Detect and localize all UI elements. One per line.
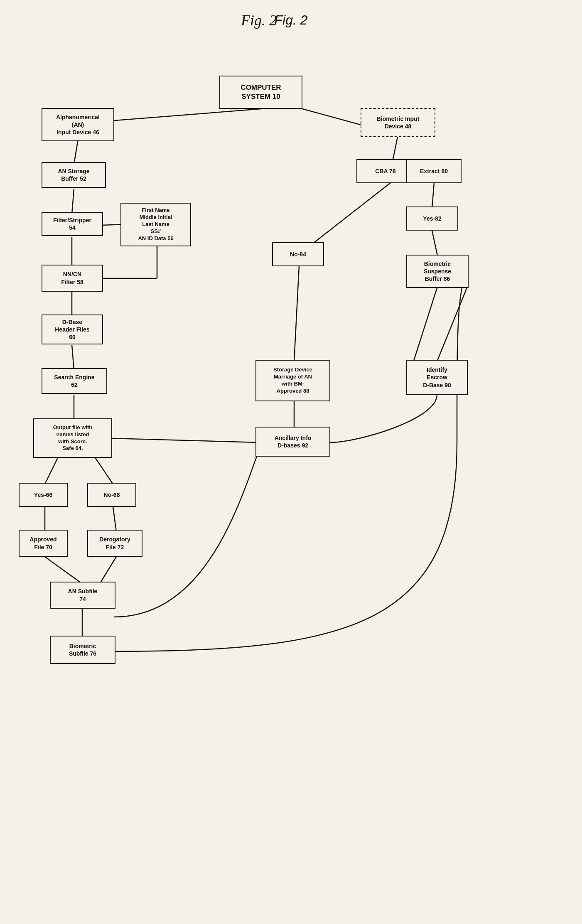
node-an-id-data: First NameMiddle InitialLast NameSS#AN I… — [120, 203, 191, 246]
svg-line-26 — [100, 557, 116, 584]
node-identify-escrow: IdentifyEscrowD-Base 90 — [406, 360, 468, 395]
svg-line-20 — [45, 457, 58, 484]
page: Fig. 2 — [0, 0, 582, 924]
svg-line-2 — [74, 139, 78, 164]
node-biometric-suspense: BiometricSuspenseBuffer 86 — [406, 255, 469, 288]
svg-line-12 — [432, 231, 437, 256]
svg-line-16 — [294, 266, 299, 361]
svg-line-3 — [72, 189, 74, 214]
svg-line-14 — [72, 345, 74, 370]
node-output-file: Output file withnames listedwith Score.S… — [33, 418, 112, 458]
figure-title: Fig. 2 — [274, 12, 307, 28]
node-biometric-subfile: BiometricSubfile 76 — [50, 636, 115, 664]
node-no84: No-84 — [272, 242, 324, 266]
fig-label: Fig. 2 — [241, 12, 277, 29]
node-approved-file: ApprovedFile 70 — [19, 530, 68, 557]
svg-line-4 — [102, 224, 123, 225]
node-ancillary: Ancillary InfoD-bases 92 — [255, 427, 330, 457]
svg-line-24 — [113, 507, 116, 532]
node-computer-system: COMPUTERSYSTEM 10 — [219, 76, 302, 109]
node-biometric-input: Biometric InputDevice 48 — [361, 108, 435, 137]
node-an-subfile: AN Subfile74 — [50, 582, 115, 609]
node-nncn-filter: NN/CNFilter 58 — [42, 265, 103, 292]
node-derogatory-file: DerogatoryFile 72 — [87, 530, 142, 557]
node-yes66: Yes-66 — [19, 483, 68, 507]
node-dbase-header: D-BaseHeader Files60 — [42, 315, 103, 344]
svg-line-25 — [45, 557, 82, 584]
node-yes82: Yes-82 — [406, 206, 458, 231]
node-storage-device: Storage DeviceMarriage of ANwith BM-Appr… — [255, 360, 330, 401]
node-cba: CBA 78 — [356, 159, 415, 183]
node-filter-stripper: Filter/Stripper54 — [42, 212, 103, 236]
svg-line-10 — [432, 183, 434, 208]
svg-line-18 — [437, 287, 467, 361]
svg-line-22 — [112, 438, 258, 442]
node-an-storage: AN StorageBuffer 52 — [42, 162, 106, 188]
node-search-engine: Search Engine62 — [42, 368, 107, 394]
node-alphanumerical: Alphanumerical(AN)Input Device 46 — [42, 108, 114, 141]
node-extract: Extract 80 — [406, 159, 462, 183]
node-no68: No-68 — [87, 483, 136, 507]
svg-line-21 — [95, 457, 113, 484]
